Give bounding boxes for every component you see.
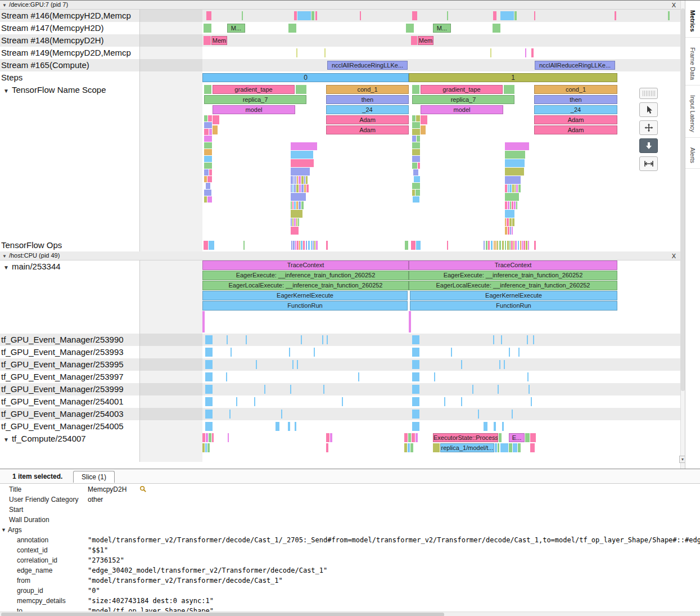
trace-event[interactable]: TraceContext — [202, 260, 409, 270]
trace-event-fragment[interactable] — [205, 335, 213, 344]
trace-event-fragment[interactable] — [412, 156, 420, 162]
trace-event-fragment[interactable] — [204, 122, 212, 128]
trace-event-fragment[interactable] — [288, 422, 290, 431]
trace-event-fragment[interactable] — [209, 433, 211, 442]
trace-event-fragment[interactable] — [525, 48, 526, 57]
trace-event-fragment[interactable] — [306, 241, 307, 250]
trace-event-fragment[interactable] — [509, 348, 510, 357]
trace-event-fragment[interactable] — [276, 422, 279, 431]
trace-event-fragment[interactable] — [306, 176, 308, 184]
trace-event-fragment[interactable] — [505, 227, 507, 235]
trace-event-fragment[interactable] — [501, 335, 502, 344]
trace-event-fragment[interactable] — [444, 397, 445, 406]
trace-event[interactable]: then — [326, 95, 409, 104]
trace-event-fragment[interactable] — [505, 185, 507, 192]
trace-event[interactable]: EagerExecute: __inference_train_function… — [202, 271, 409, 280]
trace-event-fragment[interactable] — [324, 48, 326, 57]
trace-event-fragment[interactable] — [291, 227, 299, 235]
trace-event[interactable]: Adam — [326, 115, 409, 124]
trace-event-fragment[interactable] — [292, 360, 293, 369]
trace-event-fragment[interactable] — [421, 115, 427, 124]
trace-event-fragment[interactable] — [204, 85, 211, 94]
trace-event-fragment[interactable] — [291, 241, 292, 250]
trace-event-fragment[interactable] — [505, 201, 507, 209]
trace-event-fragment[interactable] — [512, 218, 514, 226]
trace-event-fragment[interactable] — [209, 129, 212, 135]
trace-event-fragment[interactable] — [297, 241, 299, 250]
trace-event-fragment[interactable] — [207, 176, 212, 182]
trace-event-fragment[interactable] — [499, 241, 501, 250]
trace-event-fragment[interactable] — [484, 422, 487, 431]
trace-event-fragment[interactable] — [416, 433, 418, 442]
trace-event-fragment[interactable] — [301, 176, 304, 184]
trace-event-fragment[interactable] — [505, 218, 506, 226]
trace-event-fragment[interactable] — [412, 85, 419, 94]
side-tab-frame-data[interactable]: Frame Data — [685, 42, 700, 86]
trace-event-fragment[interactable] — [504, 85, 514, 94]
trace-event-fragment[interactable] — [413, 196, 419, 203]
trace-event-fragment[interactable] — [243, 241, 245, 250]
trace-event[interactable]: Mem — [418, 36, 433, 45]
trace-event-fragment[interactable] — [530, 433, 536, 442]
side-tab-metrics[interactable]: Metrics — [685, 5, 700, 38]
trace-event-fragment[interactable] — [311, 241, 312, 250]
trace-event-fragment[interactable] — [205, 348, 213, 357]
trace-event-fragment[interactable] — [494, 422, 496, 431]
trace-event-fragment[interactable] — [204, 196, 207, 203]
trace-event-fragment[interactable] — [461, 397, 462, 406]
trace-event-fragment[interactable] — [518, 348, 520, 357]
trace-event-fragment[interactable] — [502, 422, 504, 431]
trace-event-fragment[interactable] — [527, 372, 529, 381]
trace-event-fragment[interactable] — [505, 176, 521, 184]
trace-event-fragment[interactable] — [204, 169, 209, 176]
trace-event-fragment[interactable] — [509, 185, 512, 192]
trace-event[interactable]: M... — [433, 24, 451, 33]
trace-event-fragment[interactable] — [412, 348, 419, 357]
trace-event[interactable]: _24 — [326, 105, 409, 114]
trace-event-fragment[interactable] — [494, 241, 495, 250]
trace-event-fragment[interactable] — [299, 176, 301, 184]
trace-event-fragment[interactable] — [512, 227, 513, 235]
trace-event-fragment[interactable] — [291, 151, 313, 159]
collapse-triangle-icon[interactable]: ▼ — [3, 88, 9, 94]
trace-event-fragment[interactable] — [408, 433, 411, 442]
trace-event-fragment[interactable] — [528, 241, 529, 250]
trace-event-fragment[interactable] — [529, 385, 530, 394]
trace-event-fragment[interactable] — [507, 241, 509, 250]
trace-event-fragment[interactable] — [500, 443, 508, 452]
trace-event-fragment[interactable] — [281, 410, 282, 419]
trace-event-fragment[interactable] — [306, 185, 309, 192]
trace-event-fragment[interactable] — [412, 149, 420, 155]
trace-event-fragment[interactable] — [412, 190, 415, 196]
trace-event[interactable]: ExecutorState::Process — [433, 433, 498, 442]
trace-event[interactable]: EagerLocalExecute: __inference_train_fun… — [409, 281, 617, 290]
trace-event-fragment[interactable] — [478, 410, 479, 419]
trace-event-fragment[interactable] — [495, 443, 497, 452]
trace-event-fragment[interactable] — [326, 241, 328, 250]
trace-event-fragment[interactable] — [313, 241, 314, 250]
trace-event-fragment[interactable] — [304, 185, 306, 192]
trace-event-fragment[interactable] — [404, 443, 407, 452]
trace-event[interactable]: replica_7 — [204, 95, 306, 104]
side-tab-alerts[interactable]: Alerts — [685, 142, 700, 169]
trace-event-fragment[interactable] — [205, 385, 213, 394]
trace-event-fragment[interactable] — [505, 193, 519, 201]
trace-event-fragment[interactable] — [531, 48, 534, 57]
trace-event-fragment[interactable] — [668, 11, 670, 20]
trace-event-fragment[interactable] — [304, 176, 305, 184]
trace-event-fragment[interactable] — [291, 168, 310, 176]
trace-event-fragment[interactable] — [206, 11, 211, 20]
trace-event-fragment[interactable] — [288, 24, 296, 33]
trace-event-fragment[interactable] — [408, 443, 410, 452]
trace-event-fragment[interactable] — [497, 241, 498, 250]
trace-event-fragment[interactable] — [518, 185, 521, 192]
cursor-tool-button[interactable] — [639, 102, 658, 117]
trace-event-fragment[interactable] — [451, 348, 452, 357]
trace-event-fragment[interactable] — [227, 335, 228, 344]
trace-event-fragment[interactable] — [518, 443, 521, 452]
trace-event[interactable]: FunctionRun — [410, 301, 617, 311]
trace-event-fragment[interactable] — [236, 397, 237, 406]
trace-event-fragment[interactable] — [409, 311, 411, 332]
trace-event-fragment[interactable] — [204, 36, 211, 45]
trace-event-fragment[interactable] — [417, 136, 420, 142]
